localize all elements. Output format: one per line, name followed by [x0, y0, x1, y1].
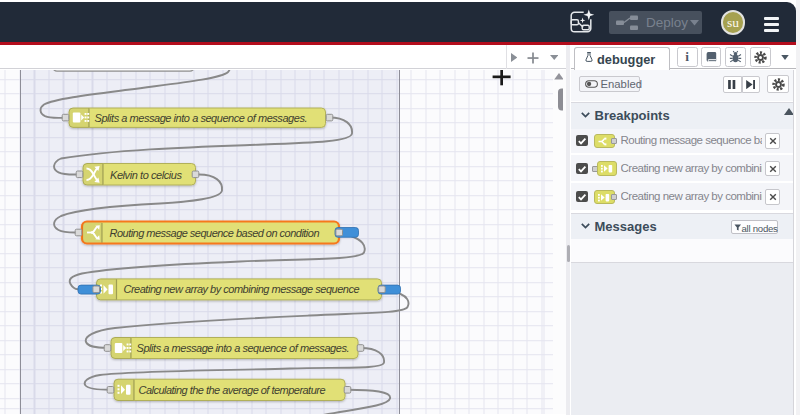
svg-text:Routing message sequence based: Routing message sequence based on condit… — [110, 226, 320, 238]
svg-text:Calculating the the average of: Calculating the the average of temperatu… — [139, 383, 326, 395]
svg-text:Kelvin to celcius: Kelvin to celcius — [110, 168, 183, 180]
svg-text:Splits a message into a sequen: Splits a message into a sequence of mess… — [137, 342, 350, 354]
svg-text:Splits a message into a sequen: Splits a message into a sequence of mess… — [95, 111, 308, 123]
svg-text:Creating new array by combinin: Creating new array by combining message … — [124, 283, 360, 295]
